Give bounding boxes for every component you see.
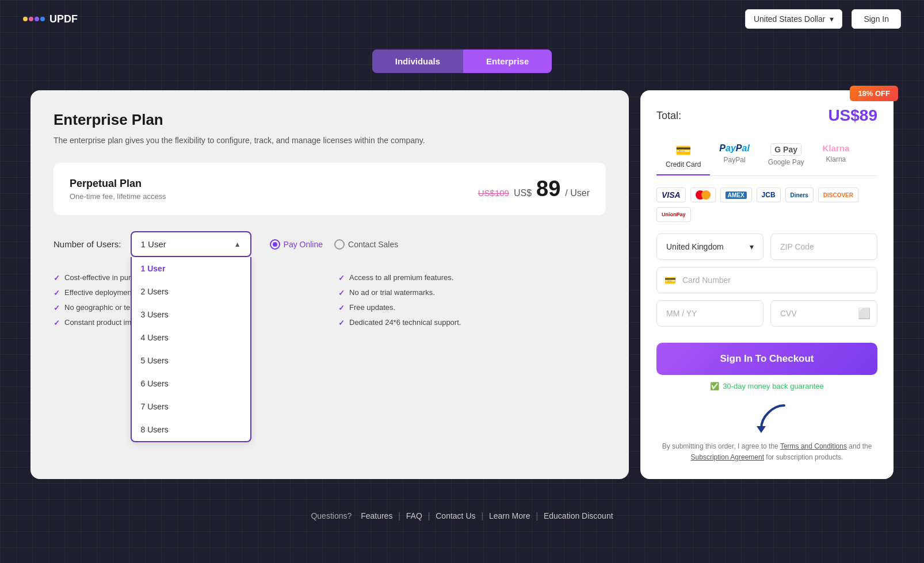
check-icon: ✓	[54, 289, 60, 297]
guarantee-label: 30-day money back guarantee	[723, 382, 824, 390]
contact-sales-option[interactable]: Contact Sales	[334, 239, 398, 250]
header: UPDF United States Dollar ▾ Sign In	[0, 0, 924, 38]
tab-paypal[interactable]: PayPal PayPal	[710, 139, 758, 175]
dropdown-item-4[interactable]: 4 Users	[132, 326, 250, 349]
subscription-link[interactable]: Subscription Agreement	[691, 453, 764, 461]
logo-dot-pink	[29, 17, 33, 21]
chevron-down-icon: ▾	[830, 14, 834, 24]
chevron-down-icon: ▾	[750, 242, 754, 251]
users-label: Number of Users:	[54, 239, 121, 249]
country-value: United Kingdom	[666, 242, 724, 251]
left-panel: Enterprise Plan The enterprise plan give…	[30, 90, 629, 479]
pricing-card: Perpetual Plan One-time fee, lifetime ac…	[54, 163, 606, 215]
terms-text: By submitting this order, I agree to the…	[656, 441, 877, 463]
zip-field[interactable]	[770, 233, 877, 260]
dropdown-item-7[interactable]: 7 Users	[132, 395, 250, 418]
price-suffix: / User	[565, 188, 590, 198]
chevron-up-icon: ▲	[234, 240, 241, 248]
currency-dropdown[interactable]: United States Dollar ▾	[745, 9, 843, 29]
feature-item: ✓ Access to all premium features.	[338, 273, 606, 282]
country-select[interactable]: United Kingdom ▾	[656, 233, 763, 260]
footer-link-faq[interactable]: FAQ	[406, 511, 422, 520]
feature-text: No ad or trial watermarks.	[349, 288, 435, 297]
contact-sales-radio[interactable]	[334, 239, 345, 250]
payment-options: Pay Online Contact Sales	[270, 239, 399, 250]
country-zip-row: United Kingdom ▾	[656, 233, 877, 260]
feature-text: Dedicated 24*6 technical support.	[349, 318, 461, 327]
feature-item: ✓ Dedicated 24*6 technical support.	[338, 318, 606, 327]
check-icon: ✓	[338, 304, 345, 312]
jcb-icon: JCB	[757, 187, 781, 202]
footer-link-features[interactable]: Features	[361, 511, 392, 520]
sign-in-button[interactable]: Sign In	[852, 9, 901, 29]
dropdown-item-5[interactable]: 5 Users	[132, 349, 250, 372]
check-icon: ✓	[54, 274, 60, 282]
feature-item: ✓ No ad or trial watermarks.	[338, 288, 606, 297]
contact-sales-label: Contact Sales	[348, 240, 398, 249]
footer-link-contact[interactable]: Contact Us	[436, 511, 475, 520]
plan-card-title: Perpetual Plan	[70, 178, 166, 190]
checkout-button[interactable]: Sign In To Checkout	[656, 343, 877, 375]
feature-item: ✓ Free updates.	[338, 303, 606, 312]
logo-dot-purple	[35, 17, 39, 21]
selected-user: 1 User	[141, 239, 166, 249]
pricing-card-left: Perpetual Plan One-time fee, lifetime ac…	[70, 178, 166, 201]
mc-orange-circle	[701, 190, 711, 200]
pay-online-label: Pay Online	[284, 240, 323, 249]
feature-text: Access to all premium features.	[349, 273, 453, 282]
check-icon: ✓	[54, 319, 60, 327]
plan-tabs: Individuals Enterprise	[0, 49, 924, 73]
card-number-input[interactable]	[656, 267, 877, 293]
currency-label: United States Dollar	[754, 14, 826, 24]
check-icon: ✓	[54, 304, 60, 312]
plan-card-subtitle: One-time fee, lifetime access	[70, 192, 166, 201]
original-price: US$109	[478, 188, 509, 198]
total-row: Total: US$89	[656, 106, 877, 125]
check-icon: ✓	[338, 319, 345, 327]
tab-individuals[interactable]: Individuals	[372, 49, 463, 73]
tab-paypal-label: PayPal	[724, 156, 746, 164]
total-amount: US$89	[828, 106, 877, 125]
credit-card-field-icon: 💳	[665, 275, 676, 286]
visa-icon: VISA	[656, 187, 686, 202]
pay-online-option[interactable]: Pay Online	[270, 239, 323, 250]
tab-google-pay-label: Google Pay	[768, 158, 804, 166]
price-prefix: US$	[514, 188, 532, 198]
tab-klarna[interactable]: Klarna Klarna	[814, 139, 859, 175]
amex-icon: AMEX	[720, 187, 752, 202]
users-dropdown-wrapper: 1 User ▲ 1 User 2 Users 3 Users 4 Users …	[131, 231, 251, 257]
tab-enterprise[interactable]: Enterprise	[463, 49, 552, 73]
users-dropdown[interactable]: 1 User ▲	[131, 231, 251, 257]
unionpay-icon: UnionPay	[656, 207, 691, 222]
dropdown-item-8[interactable]: 8 Users	[132, 418, 250, 441]
google-pay-icon: G Pay	[770, 143, 801, 156]
card-number-row: 💳	[656, 267, 877, 293]
tab-credit-card[interactable]: 💳 Credit Card	[656, 139, 710, 175]
plan-title: Enterprise Plan	[54, 111, 606, 129]
logo-icon	[23, 17, 45, 21]
country-field[interactable]: United Kingdom ▾	[656, 233, 763, 260]
footer-link-learn[interactable]: Learn More	[489, 511, 530, 520]
dropdown-item-2[interactable]: 2 Users	[132, 280, 250, 303]
discover-icon: DISCOVER	[818, 187, 858, 202]
zip-input[interactable]	[770, 233, 877, 260]
cvv-field[interactable]: ⬜	[770, 300, 877, 327]
dropdown-item-6[interactable]: 6 Users	[132, 372, 250, 395]
arrow-svg	[750, 400, 796, 434]
dropdown-item-1[interactable]: 1 User	[132, 257, 250, 280]
terms-and: and the	[849, 442, 872, 450]
discount-badge: 18% OFF	[850, 86, 898, 101]
tab-credit-card-label: Credit Card	[666, 160, 701, 168]
users-dropdown-menu: 1 User 2 Users 3 Users 4 Users 5 Users 6…	[131, 257, 251, 442]
terms-link[interactable]: Terms and Conditions	[780, 442, 847, 450]
footer: Questions? Features | FAQ | Contact Us |…	[0, 502, 924, 530]
pay-online-radio[interactable]	[270, 239, 280, 250]
tab-google-pay[interactable]: G Pay Google Pay	[759, 139, 814, 175]
expiry-input[interactable]	[656, 300, 763, 327]
card-number-field: 💳	[656, 267, 877, 293]
dropdown-item-3[interactable]: 3 Users	[132, 303, 250, 326]
diners-icon: Diners	[785, 187, 814, 202]
footer-link-education[interactable]: Education Discount	[544, 511, 613, 520]
paypal-icon: PayPal	[719, 143, 749, 154]
expiry-field[interactable]	[656, 300, 763, 327]
